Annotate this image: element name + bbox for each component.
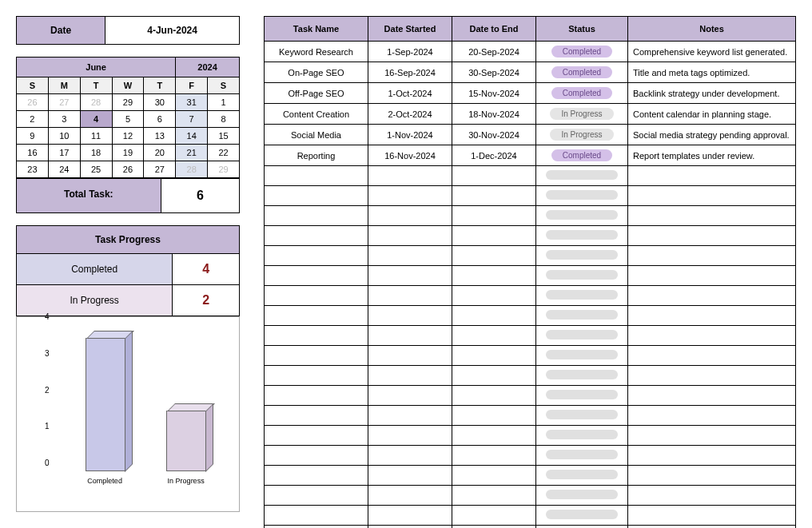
calendar-day[interactable]: 28	[80, 94, 112, 111]
empty-cell[interactable]	[536, 286, 628, 306]
empty-cell[interactable]	[536, 266, 628, 286]
empty-cell[interactable]	[628, 366, 796, 386]
empty-cell[interactable]	[265, 286, 368, 306]
calendar-day[interactable]: 21	[176, 145, 208, 161]
status-badge[interactable]: In Progress	[550, 108, 613, 120]
task-status-cell[interactable]: Completed	[536, 145, 628, 166]
empty-cell[interactable]	[536, 506, 628, 526]
empty-cell[interactable]	[265, 526, 368, 529]
empty-cell[interactable]	[628, 506, 796, 526]
calendar-day[interactable]: 1	[208, 94, 240, 111]
empty-cell[interactable]	[452, 466, 536, 486]
table-row-empty[interactable]	[265, 506, 796, 526]
table-row-empty[interactable]	[265, 466, 796, 486]
calendar-day[interactable]: 25	[80, 161, 112, 178]
empty-cell[interactable]	[628, 386, 796, 406]
empty-cell[interactable]	[536, 206, 628, 226]
empty-cell[interactable]	[265, 366, 368, 386]
table-row-empty[interactable]	[265, 386, 796, 406]
task-notes-cell[interactable]: Social media strategy pending approval.	[628, 125, 796, 145]
empty-cell[interactable]	[368, 466, 452, 486]
empty-cell[interactable]	[265, 446, 368, 466]
empty-cell[interactable]	[628, 166, 796, 186]
table-row-empty[interactable]	[265, 246, 796, 266]
empty-cell[interactable]	[628, 466, 796, 486]
empty-cell[interactable]	[265, 306, 368, 326]
empty-cell[interactable]	[452, 346, 536, 366]
empty-cell[interactable]	[368, 506, 452, 526]
task-table[interactable]: Task NameDate StartedDate to EndStatusNo…	[264, 16, 796, 528]
table-row-empty[interactable]	[265, 426, 796, 446]
calendar-day[interactable]: 30	[144, 94, 176, 111]
calendar-day[interactable]: 26	[17, 94, 49, 111]
empty-cell[interactable]	[536, 306, 628, 326]
task-status-cell[interactable]: Completed	[536, 83, 628, 104]
empty-cell[interactable]	[368, 346, 452, 366]
task-status-cell[interactable]: Completed	[536, 62, 628, 83]
table-row[interactable]: Reporting16-Nov-20241-Dec-2024CompletedR…	[265, 145, 796, 166]
task-cell[interactable]: 30-Sep-2024	[452, 62, 536, 83]
empty-cell[interactable]	[368, 266, 452, 286]
empty-cell[interactable]	[452, 286, 536, 306]
empty-cell[interactable]	[265, 266, 368, 286]
table-row[interactable]: Social Media1-Nov-202430-Nov-2024In Prog…	[265, 125, 796, 145]
task-cell[interactable]: Social Media	[265, 125, 368, 145]
task-cell[interactable]: Content Creation	[265, 104, 368, 125]
calendar-day[interactable]: 4	[80, 111, 112, 128]
empty-cell[interactable]	[265, 406, 368, 426]
calendar-day[interactable]: 6	[144, 111, 176, 128]
empty-cell[interactable]	[628, 406, 796, 426]
empty-cell[interactable]	[536, 446, 628, 466]
calendar-day[interactable]: 28	[176, 161, 208, 178]
table-row-empty[interactable]	[265, 186, 796, 206]
empty-cell[interactable]	[628, 286, 796, 306]
empty-cell[interactable]	[368, 366, 452, 386]
empty-cell[interactable]	[628, 206, 796, 226]
calendar-day[interactable]: 19	[112, 145, 144, 161]
table-row-empty[interactable]	[265, 326, 796, 346]
calendar-day[interactable]: 2	[17, 111, 49, 128]
empty-cell[interactable]	[628, 186, 796, 206]
empty-cell[interactable]	[536, 406, 628, 426]
empty-cell[interactable]	[368, 526, 452, 529]
task-cell[interactable]: 1-Nov-2024	[368, 125, 452, 145]
empty-cell[interactable]	[536, 186, 628, 206]
task-notes-cell[interactable]: Backlink strategy under development.	[628, 83, 796, 104]
empty-cell[interactable]	[265, 326, 368, 346]
empty-cell[interactable]	[628, 426, 796, 446]
task-cell[interactable]: 30-Nov-2024	[452, 125, 536, 145]
calendar-day[interactable]: 29	[208, 161, 240, 178]
empty-cell[interactable]	[536, 366, 628, 386]
table-row-empty[interactable]	[265, 206, 796, 226]
calendar-day[interactable]: 18	[80, 145, 112, 161]
empty-cell[interactable]	[265, 486, 368, 506]
empty-cell[interactable]	[536, 166, 628, 186]
empty-cell[interactable]	[452, 226, 536, 246]
empty-cell[interactable]	[536, 526, 628, 529]
task-cell[interactable]: 16-Nov-2024	[368, 145, 452, 166]
table-row[interactable]: Keyword Research1-Sep-202420-Sep-2024Com…	[265, 42, 796, 62]
calendar-day[interactable]: 27	[48, 94, 80, 111]
empty-cell[interactable]	[368, 446, 452, 466]
empty-cell[interactable]	[452, 486, 536, 506]
empty-cell[interactable]	[536, 226, 628, 246]
empty-cell[interactable]	[536, 386, 628, 406]
empty-cell[interactable]	[628, 446, 796, 466]
empty-cell[interactable]	[265, 346, 368, 366]
task-status-cell[interactable]: Completed	[536, 42, 628, 62]
empty-cell[interactable]	[536, 326, 628, 346]
empty-cell[interactable]	[452, 446, 536, 466]
calendar-day[interactable]: 26	[112, 161, 144, 178]
empty-cell[interactable]	[368, 486, 452, 506]
calendar-day[interactable]: 8	[208, 111, 240, 128]
task-cell[interactable]: 15-Nov-2024	[452, 83, 536, 104]
status-badge[interactable]: Completed	[551, 149, 612, 161]
calendar-day[interactable]: 23	[17, 161, 49, 178]
calendar-day[interactable]: 14	[176, 128, 208, 145]
empty-cell[interactable]	[628, 266, 796, 286]
empty-cell[interactable]	[452, 366, 536, 386]
empty-cell[interactable]	[536, 466, 628, 486]
table-row[interactable]: Off-Page SEO1-Oct-202415-Nov-2024Complet…	[265, 83, 796, 104]
empty-cell[interactable]	[628, 486, 796, 506]
table-row-empty[interactable]	[265, 306, 796, 326]
